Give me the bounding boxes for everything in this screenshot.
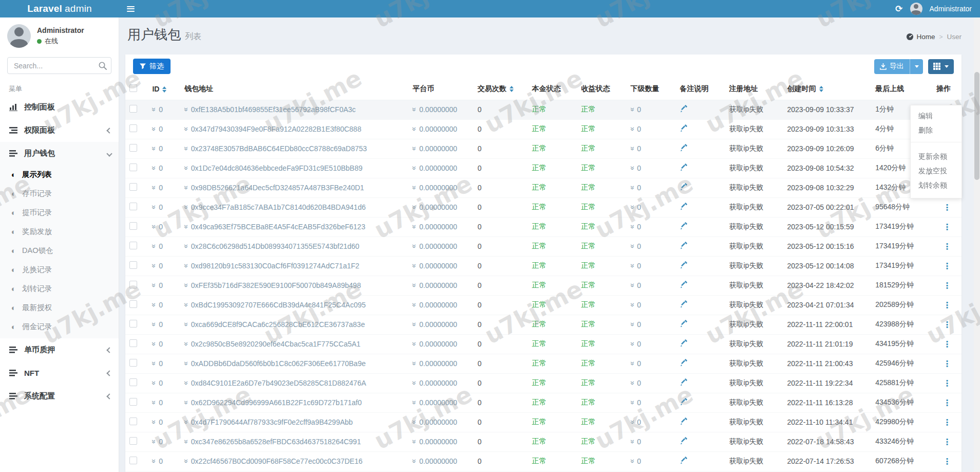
wallet-address[interactable]: 0x62D962294Cd996999A661B22F1c69D727b171a… xyxy=(191,398,362,407)
menu-item[interactable]: 删除 xyxy=(911,123,962,138)
row-checkbox[interactable] xyxy=(129,417,137,425)
sidebar-item-1[interactable]: 控制面板 xyxy=(0,96,119,119)
edit-note-icon[interactable] xyxy=(680,417,687,425)
row-checkbox[interactable] xyxy=(129,144,137,152)
angle-double-down-icon[interactable]: » xyxy=(410,420,419,424)
angle-double-down-icon[interactable]: » xyxy=(628,205,636,209)
angle-double-down-icon[interactable]: » xyxy=(150,322,158,326)
row-checkbox[interactable] xyxy=(129,261,137,269)
angle-double-down-icon[interactable]: » xyxy=(182,459,191,463)
menu-item[interactable]: 发放空投 xyxy=(911,164,962,178)
row-checkbox[interactable] xyxy=(129,300,137,308)
angle-double-down-icon[interactable]: » xyxy=(150,361,158,366)
sidebar-toggle-button[interactable] xyxy=(119,0,142,17)
angle-double-down-icon[interactable]: » xyxy=(410,283,419,287)
navbar-avatar[interactable] xyxy=(910,3,922,15)
edit-note-icon[interactable] xyxy=(680,378,687,386)
angle-double-down-icon[interactable]: » xyxy=(628,147,636,151)
angle-double-down-icon[interactable]: » xyxy=(182,401,191,405)
angle-double-down-icon[interactable]: » xyxy=(410,166,419,170)
angle-double-down-icon[interactable]: » xyxy=(628,401,636,405)
export-button[interactable]: 导出 xyxy=(874,59,910,74)
angle-double-down-icon[interactable]: » xyxy=(628,264,636,268)
edit-note-icon[interactable] xyxy=(680,339,687,347)
edit-note-icon[interactable] xyxy=(680,437,687,445)
wallet-address[interactable]: 0x28C6c06298d514Db089934071355E5743bf21d… xyxy=(191,242,360,250)
row-actions-kebab-icon[interactable]: ⋮ xyxy=(936,242,957,251)
row-checkbox[interactable] xyxy=(129,124,137,132)
sidebar-item-2[interactable]: 权限面板 xyxy=(0,119,119,142)
row-checkbox[interactable] xyxy=(129,457,137,464)
angle-double-down-icon[interactable]: » xyxy=(410,186,419,190)
edit-note-icon[interactable] xyxy=(680,105,687,113)
angle-double-down-icon[interactable]: » xyxy=(628,381,636,385)
angle-double-down-icon[interactable]: » xyxy=(410,244,419,248)
angle-double-down-icon[interactable]: » xyxy=(150,264,158,268)
wallet-address[interactable]: 0x2c9850cB5e8920290ef6e4Cbac5ca1F775CCa5… xyxy=(191,340,361,348)
edit-note-icon[interactable] xyxy=(680,300,687,308)
breadcrumb-home[interactable]: Home xyxy=(906,33,935,41)
wallet-address[interactable]: 0xfE138A5b01bf469855Ef31ee56792aB98fCF0A… xyxy=(191,105,356,114)
sort-icon[interactable] xyxy=(162,86,166,93)
wallet-address[interactable]: 0x9cce34F7aB185c7ABA1b7C8140d620B4BDA941… xyxy=(191,203,366,211)
row-checkbox[interactable] xyxy=(129,183,137,191)
angle-double-down-icon[interactable]: » xyxy=(410,381,419,385)
angle-double-down-icon[interactable]: » xyxy=(150,420,158,424)
refresh-icon[interactable]: ⟳ xyxy=(895,5,902,13)
angle-double-down-icon[interactable]: » xyxy=(182,283,191,287)
angle-double-down-icon[interactable]: » xyxy=(182,303,191,307)
angle-double-down-icon[interactable]: » xyxy=(410,225,419,229)
angle-double-down-icon[interactable]: » xyxy=(182,381,191,385)
row-actions-kebab-icon[interactable]: ⋮ xyxy=(936,320,957,330)
sort-icon[interactable] xyxy=(510,86,514,92)
angle-double-down-icon[interactable]: » xyxy=(150,459,158,463)
submenu-item[interactable]: ◐最新授权 xyxy=(0,298,119,317)
angle-double-down-icon[interactable]: » xyxy=(182,322,191,326)
angle-double-down-icon[interactable]: » xyxy=(182,186,191,190)
angle-double-down-icon[interactable]: » xyxy=(150,147,158,151)
angle-double-down-icon[interactable]: » xyxy=(182,440,191,444)
angle-double-down-icon[interactable]: » xyxy=(150,401,158,405)
angle-double-down-icon[interactable]: » xyxy=(410,127,419,131)
sidebar-item-6[interactable]: 系统配置 xyxy=(0,385,119,408)
row-actions-kebab-icon[interactable]: ⋮ xyxy=(936,261,957,271)
row-actions-kebab-icon[interactable]: ⋮ xyxy=(936,222,957,232)
edit-note-icon[interactable] xyxy=(680,398,687,406)
edit-note-icon[interactable] xyxy=(680,242,687,249)
row-actions-kebab-icon[interactable]: ⋮ xyxy=(936,339,957,349)
angle-double-down-icon[interactable]: » xyxy=(628,322,636,326)
wallet-address[interactable]: 0xBdC19953092707E666CdB39dA4c841F25C4Ac0… xyxy=(191,301,366,309)
menu-item[interactable]: 编辑 xyxy=(911,109,962,123)
angle-double-down-icon[interactable]: » xyxy=(182,264,191,268)
wallet-address[interactable]: 0x98DB526621a64Dec5cfD324857A487B3FBe240… xyxy=(191,184,364,192)
angle-double-down-icon[interactable]: » xyxy=(628,166,636,170)
select-all-header[interactable] xyxy=(125,78,148,100)
angle-double-down-icon[interactable]: » xyxy=(150,303,158,307)
menu-item[interactable]: 更新余额 xyxy=(911,150,962,164)
scrollbar-thumb[interactable] xyxy=(974,72,979,180)
submenu-item[interactable]: ◐奖励发放 xyxy=(0,222,119,241)
app-logo[interactable]: Laraveladmin xyxy=(0,0,119,17)
row-actions-kebab-icon[interactable]: ⋮ xyxy=(936,300,957,310)
angle-double-down-icon[interactable]: » xyxy=(410,322,419,326)
angle-double-down-icon[interactable]: » xyxy=(410,440,419,444)
wallet-address[interactable]: 0xd98120b91c583130C0aCf6Ff0391274AdC71a1… xyxy=(191,262,360,270)
vertical-scrollbar[interactable] xyxy=(974,17,980,472)
edit-note-icon[interactable] xyxy=(680,320,687,328)
row-checkbox[interactable] xyxy=(129,320,137,328)
edit-note-icon[interactable] xyxy=(680,222,687,230)
row-checkbox[interactable] xyxy=(129,222,137,230)
angle-double-down-icon[interactable]: » xyxy=(410,107,419,112)
edit-note-icon[interactable] xyxy=(680,261,687,269)
edit-note-icon[interactable] xyxy=(680,164,687,171)
angle-double-down-icon[interactable]: » xyxy=(410,459,419,463)
wallet-address[interactable]: 0x23748E3057BdBAB6C64EDb80ccC8788c69aD87… xyxy=(191,144,367,153)
angle-double-down-icon[interactable]: » xyxy=(150,342,158,346)
angle-double-down-icon[interactable]: » xyxy=(150,107,158,112)
angle-double-down-icon[interactable]: » xyxy=(628,303,636,307)
wallet-address[interactable]: 0x347d79430394F9e0F8Fa912A02282B1E3f80C8… xyxy=(191,125,362,133)
angle-double-down-icon[interactable]: » xyxy=(182,147,191,151)
angle-double-down-icon[interactable]: » xyxy=(628,127,636,131)
angle-double-down-icon[interactable]: » xyxy=(150,381,158,385)
edit-note-icon[interactable] xyxy=(680,457,687,464)
